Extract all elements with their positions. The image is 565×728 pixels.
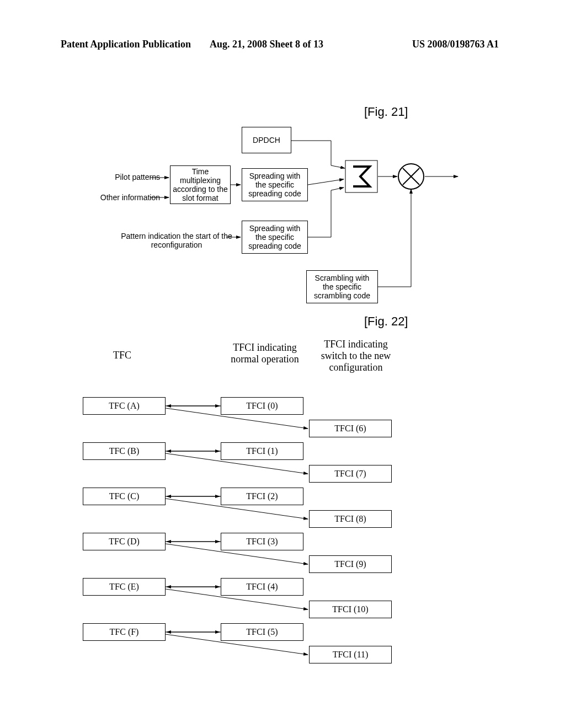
tfci-switch-box: TFCI (9) (309, 555, 392, 573)
tfci-normal-box: TFCI (4) (221, 578, 303, 596)
tfc-box: TFC (B) (83, 442, 166, 460)
tfci-normal-box: TFCI (2) (221, 488, 303, 505)
tfci-normal-box: TFCI (1) (221, 442, 303, 460)
tfci-switch-box: TFCI (6) (309, 420, 392, 437)
tfci-switch-box: TFCI (7) (309, 465, 392, 483)
tfc-box: TFC (D) (83, 533, 166, 550)
fig22-arrows (0, 0, 565, 728)
tfc-box: TFC (A) (83, 397, 166, 415)
tfci-switch-box: TFCI (8) (309, 510, 392, 528)
tfci-normal-box: TFCI (0) (221, 397, 303, 415)
tfci-normal-box: TFCI (5) (221, 623, 303, 641)
page: Patent Application Publication Aug. 21, … (0, 0, 565, 728)
tfc-box: TFC (C) (83, 488, 166, 505)
tfci-switch-box: TFCI (11) (309, 646, 392, 663)
tfc-box: TFC (F) (83, 623, 166, 641)
tfci-switch-box: TFCI (10) (309, 601, 392, 618)
tfc-box: TFC (E) (83, 578, 166, 596)
tfci-normal-box: TFCI (3) (221, 533, 303, 550)
